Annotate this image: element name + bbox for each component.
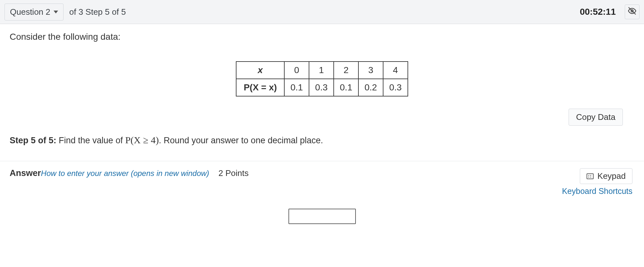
- keypad-label: Keypad: [597, 171, 626, 181]
- cell: 0.1: [334, 79, 358, 96]
- answer-label: Answer: [10, 168, 41, 178]
- cell: 4: [383, 62, 408, 79]
- prompt-text: Consider the following data:: [10, 32, 634, 42]
- cell: 0.3: [309, 79, 334, 96]
- data-table: x 0 1 2 3 4 P(X = x) 0.1 0.3 0.1 0.2 0.3: [236, 61, 408, 96]
- answer-help-link[interactable]: How to enter your answer (opens in new w…: [41, 169, 209, 178]
- copy-data-row: Copy Data: [10, 96, 634, 126]
- data-table-wrap: x 0 1 2 3 4 P(X = x) 0.1 0.3 0.1 0.2 0.3: [10, 61, 634, 96]
- table-row: x 0 1 2 3 4: [236, 62, 408, 79]
- toggle-visibility-button[interactable]: [625, 4, 640, 19]
- table-row: P(X = x) 0.1 0.3 0.1 0.2 0.3: [236, 79, 408, 96]
- cell: 0.1: [284, 79, 309, 96]
- question-content: Consider the following data: x 0 1 2 3 4…: [0, 24, 644, 126]
- keyboard-shortcuts-link[interactable]: Keyboard Shortcuts: [562, 187, 632, 196]
- step-indicator: of 3 Step 5 of 5: [69, 7, 126, 17]
- answer-input[interactable]: [288, 209, 356, 224]
- step-label: Step 5 of 5:: [10, 136, 56, 145]
- row-header-px: P(X = x): [236, 79, 284, 96]
- cell: 0.2: [358, 79, 383, 96]
- keypad-icon: [587, 173, 594, 179]
- step-text-pre: Find the value of: [56, 136, 125, 145]
- row-header-x: x: [236, 62, 284, 79]
- cell: 3: [358, 62, 383, 79]
- keypad-button[interactable]: Keypad: [580, 168, 632, 184]
- cell: 2: [334, 62, 358, 79]
- eye-slash-icon: [628, 6, 637, 18]
- cell: 0.3: [383, 79, 408, 96]
- answer-input-row: [0, 196, 644, 230]
- step-math: P(X ≥ 4): [125, 135, 159, 145]
- copy-data-button[interactable]: Copy Data: [569, 109, 623, 126]
- answer-left: AnswerHow to enter your answer (opens in…: [10, 168, 249, 178]
- answer-right: Keypad Keyboard Shortcuts: [562, 168, 632, 196]
- answer-bar: AnswerHow to enter your answer (opens in…: [0, 161, 644, 196]
- question-selector-label: Question 2: [10, 7, 50, 17]
- cell: 0: [284, 62, 309, 79]
- timer: 00:52:11: [580, 7, 616, 17]
- points-label: 2 Points: [219, 168, 249, 178]
- top-bar: Question 2 of 3 Step 5 of 5 00:52:11: [0, 0, 644, 24]
- cell: 1: [309, 62, 334, 79]
- question-selector[interactable]: Question 2: [4, 4, 64, 21]
- step-instruction: Step 5 of 5: Find the value of P(X ≥ 4).…: [0, 126, 644, 158]
- chevron-down-icon: [54, 11, 58, 13]
- step-text-post: . Round your answer to one decimal place…: [159, 136, 323, 145]
- page-root: Question 2 of 3 Step 5 of 5 00:52:11 Con…: [0, 0, 644, 230]
